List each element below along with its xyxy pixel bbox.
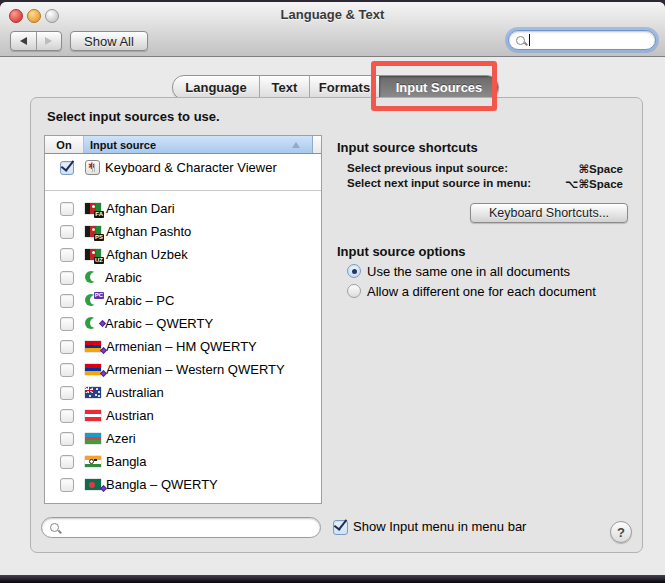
- row-checkbox[interactable]: [60, 409, 74, 423]
- input-source-label: Arabic – PC: [105, 293, 174, 308]
- tab-formats[interactable]: Formats: [309, 76, 379, 99]
- input-sources-panel: Select input sources to use. On Input so…: [30, 97, 643, 553]
- row-checkbox[interactable]: [60, 455, 74, 469]
- flag-icon: [85, 387, 101, 398]
- window-bottom-edge: [0, 575, 665, 583]
- filter-search-input[interactable]: [41, 517, 321, 538]
- row-checkbox[interactable]: [60, 432, 74, 446]
- forward-arrow-icon: [45, 37, 52, 45]
- shortcut-row: Select previous input source: ⌘Space: [347, 162, 623, 176]
- shortcut-value: ⌥⌘Space: [565, 177, 623, 191]
- row-checkbox[interactable]: [60, 225, 74, 239]
- shortcut-label: Select next input source in menu:: [347, 177, 531, 191]
- input-source-row[interactable]: ✱Keyboard & Character Viewer: [45, 156, 321, 179]
- row-checkbox[interactable]: [60, 363, 74, 377]
- radio-label: Use the same one in all documents: [367, 264, 570, 279]
- row-checkbox[interactable]: [60, 317, 74, 331]
- toolbar-search-input[interactable]: [508, 30, 656, 50]
- input-source-label: Australian: [106, 385, 164, 400]
- input-source-row[interactable]: Arabic – QWERTY: [45, 312, 321, 335]
- radio-label: Allow a different one for each document: [367, 284, 596, 299]
- input-source-label: Afghan Dari: [106, 201, 175, 216]
- input-source-label: Bangla – QWERTY: [106, 477, 218, 492]
- minimize-button[interactable]: [27, 9, 41, 23]
- input-source-row[interactable]: PSAfghan Pashto: [45, 220, 321, 243]
- preferences-pane: LanguageTextFormatsInput Sources Select …: [0, 57, 665, 575]
- row-checkbox[interactable]: [60, 271, 74, 285]
- row-checkbox[interactable]: [60, 340, 74, 354]
- flag-icon: [85, 410, 101, 421]
- input-source-label: Keyboard & Character Viewer: [105, 160, 277, 175]
- back-arrow-icon: [20, 37, 27, 45]
- input-source-label: Afghan Pashto: [106, 224, 191, 239]
- row-checkbox[interactable]: [60, 294, 74, 308]
- radio-selected-icon[interactable]: [347, 264, 361, 278]
- group-separator: [45, 190, 321, 191]
- forward-button: [36, 32, 62, 50]
- flag-badge: PC: [94, 292, 104, 299]
- input-source-label: Austrian: [106, 408, 154, 423]
- annotation-highlight: [371, 61, 497, 111]
- help-button[interactable]: ?: [610, 521, 632, 543]
- table-body: ✱Keyboard & Character ViewerFAAfghan Dar…: [45, 154, 321, 503]
- bangla-script-icon: [85, 456, 101, 467]
- column-header-spacer: [313, 136, 321, 153]
- radio-unselected-icon[interactable]: [347, 284, 361, 298]
- flag-badge: UZ: [94, 257, 104, 264]
- row-checkbox[interactable]: [60, 248, 74, 262]
- input-source-row[interactable]: Bangla – QWERTY: [45, 473, 321, 496]
- input-source-label: Bangla: [106, 454, 146, 469]
- input-source-row[interactable]: Azeri: [45, 427, 321, 450]
- panel-heading: Select input sources to use.: [47, 109, 220, 124]
- tab-language[interactable]: Language: [173, 76, 259, 99]
- input-source-row[interactable]: UZAfghan Uzbek: [45, 243, 321, 266]
- radio-same-document[interactable]: Use the same one in all documents: [347, 263, 570, 279]
- show-all-button[interactable]: Show All: [70, 31, 148, 51]
- shortcuts-section-title: Input source shortcuts: [337, 140, 478, 155]
- tab-label: Formats: [319, 80, 370, 95]
- sort-ascending-icon: [292, 142, 300, 148]
- crescent-flag-icon: [85, 317, 100, 330]
- checkmark-icon: [61, 157, 75, 172]
- input-source-row[interactable]: Bangla: [45, 450, 321, 473]
- flag-icon: [85, 364, 101, 375]
- flag-badge: PS: [94, 234, 104, 241]
- history-nav: [10, 31, 62, 51]
- row-checkbox[interactable]: [60, 202, 74, 216]
- flag-icon: FA: [85, 203, 101, 214]
- back-button[interactable]: [11, 32, 36, 50]
- tab-text[interactable]: Text: [259, 76, 309, 99]
- input-source-row[interactable]: Armenian – HM QWERTY: [45, 335, 321, 358]
- show-input-menu-row[interactable]: Show Input menu in menu bar: [333, 519, 526, 535]
- row-checkbox[interactable]: [60, 478, 74, 492]
- keyboard-shortcuts-button[interactable]: Keyboard Shortcuts...: [470, 203, 628, 223]
- input-source-row[interactable]: FAAfghan Dari: [45, 197, 321, 220]
- show-input-menu-checkbox[interactable]: [333, 520, 348, 535]
- flag-badge: FA: [94, 211, 104, 218]
- input-source-label: Azeri: [106, 431, 136, 446]
- flag-icon: [85, 433, 101, 444]
- row-checkbox[interactable]: [60, 386, 74, 400]
- table-header: On Input source: [45, 136, 321, 154]
- shortcut-row: Select next input source in menu: ⌥⌘Spac…: [347, 177, 623, 191]
- options-section-title: Input source options: [337, 244, 466, 259]
- input-source-row[interactable]: Austrian: [45, 404, 321, 427]
- column-header-on[interactable]: On: [45, 136, 84, 153]
- flag-icon: UZ: [85, 249, 101, 260]
- checkmark-icon: [334, 516, 348, 531]
- input-source-label: Armenian – Western QWERTY: [106, 362, 285, 377]
- flag-icon: [85, 341, 101, 352]
- radio-different-document[interactable]: Allow a different one for each document: [347, 283, 596, 299]
- input-source-row[interactable]: PCArabic – PC: [45, 289, 321, 312]
- input-source-row[interactable]: Armenian – Western QWERTY: [45, 358, 321, 381]
- input-source-label: Arabic: [105, 270, 142, 285]
- text-caret: [529, 34, 530, 46]
- column-header-input-source[interactable]: Input source: [84, 136, 313, 153]
- close-button[interactable]: [9, 9, 23, 23]
- input-source-row[interactable]: Australian: [45, 381, 321, 404]
- input-source-label: Arabic – QWERTY: [105, 316, 213, 331]
- flag-icon: PS: [85, 226, 101, 237]
- input-source-row[interactable]: Arabic: [45, 266, 321, 289]
- shortcut-value: ⌘Space: [578, 162, 623, 176]
- row-checkbox[interactable]: [60, 161, 74, 175]
